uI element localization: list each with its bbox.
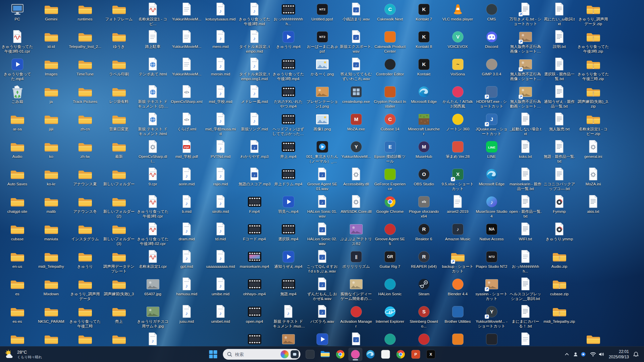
desktop-icon[interactable]: Audio (0, 138, 34, 166)
desktop-icon[interactable]: OpenCvSharp.dll... (136, 138, 170, 166)
desktop-icon[interactable]: 65407.jpg (136, 276, 170, 303)
desktop-icon[interactable]: YYukkuriMovieM... - ショートカット (475, 303, 508, 330)
desktop-icon[interactable]: Blender 4.4 (441, 276, 475, 303)
desktop-icon[interactable]: ♪Amazon Music (441, 221, 475, 248)
desktop-icon[interactable]: malib (34, 193, 68, 221)
desktop-icon[interactable]: MMoZA.exe (339, 111, 373, 138)
desktop-icon[interactable]: runtimes (68, 1, 102, 28)
desktop-icon[interactable]: RReaktor 6 (407, 221, 441, 248)
desktop-icon[interactable]: Fymmp (542, 193, 576, 221)
desktop-icon[interactable]: Fコード.mp4 (237, 221, 271, 248)
desktop-icon[interactable]: 井上.mp4 (271, 138, 305, 166)
desktop-icon[interactable]: ♪小銭詰まり.wav (339, 1, 373, 28)
desktop-icon[interactable]: ♪タイトル未設定, tempo.mid (237, 28, 271, 56)
desktop-icon[interactable]: ♪答え知っててもむずいわこれ.wav (339, 56, 373, 83)
desktop-icon[interactable]: KKontakt 7 (407, 1, 441, 28)
desktop-icon[interactable]: ゆうき (102, 28, 136, 56)
desktop-icon[interactable]: Gemini (34, 1, 68, 28)
desktop-icon[interactable]: id-id (34, 28, 68, 56)
desktop-icon[interactable]: きゅうり_調声用データ (68, 276, 102, 303)
clock[interactable]: 22:01 2025/09/13 (609, 349, 629, 360)
desktop-icon[interactable]: かんたん！AITalk 3 関西風 (441, 83, 475, 111)
tray-blue-app-icon[interactable] (581, 352, 586, 357)
desktop-icon[interactable]: ♪jusu.mid (170, 303, 204, 330)
desktop-icon[interactable]: ♪HALion Sonic 02.wav (305, 221, 339, 248)
desktop-icon[interactable]: おっhhhhhhhhhh... (508, 248, 542, 276)
desktop-icon[interactable]: Auto Saves (0, 166, 34, 193)
desktop-icon[interactable]: PDFmid_学校.pdf (170, 138, 204, 166)
desktop-icon[interactable]: createdump.exe (339, 83, 373, 111)
desktop-icon[interactable]: きゅうり_調声用データ.zip (576, 1, 610, 28)
desktop-icon[interactable]: NT2おーばーまにあ.ppsf (305, 28, 339, 56)
desktop-icon[interactable]: ♪umibe.mid (204, 276, 237, 303)
desktop-icon[interactable]: ♪b.mid (170, 193, 204, 221)
desktop-icon[interactable]: Minecraft Launcher (407, 111, 441, 138)
desktop-icon[interactable]: ノートン 360 (441, 111, 475, 138)
desktop-icon[interactable]: 新規 テキスト ドキュメント.html (136, 111, 170, 138)
desktop-icon[interactable]: open.mp4 (237, 303, 271, 330)
browser-2-button[interactable] (394, 348, 408, 361)
network-volume-button[interactable] (589, 351, 606, 358)
desktop-icon[interactable]: YukkuriMovieM... (170, 1, 204, 28)
desktop-icon[interactable]: 画像1.png (305, 111, 339, 138)
desktop-icon[interactable]: MoZA.ini (576, 166, 610, 193)
desktop-icon[interactable]: NANative Access (475, 221, 508, 248)
desktop-icon[interactable]: es-es (0, 303, 34, 330)
desktop-icon[interactable]: ラベル印刷 (102, 56, 136, 83)
desktop-icon[interactable]: フォトフレーム (102, 1, 136, 28)
desktop-icon[interactable]: MMuseHub (407, 138, 441, 166)
desktop-icon[interactable]: ♪hamusu.mid (170, 276, 204, 303)
desktop-icon[interactable]: 無題 - 親作品一覧.txt (542, 138, 576, 166)
desktop-icon[interactable]: 営業日変更 (102, 111, 136, 138)
desktop-icon[interactable]: ♪メドレー風.mid (237, 83, 271, 111)
desktop-icon[interactable]: manisekarin - 親作品一覧.txt (508, 166, 542, 193)
desktop-icon[interactable]: ♪meroin.mid (204, 56, 237, 83)
desktop-icon[interactable]: ♪mid_学校musa.mid (204, 111, 237, 138)
desktop-icon[interactable]: ksks.txt (508, 138, 542, 166)
desktop-icon[interactable]: Steam (407, 276, 441, 303)
desktop-icon[interactable] (0, 330, 34, 347)
desktop-icon[interactable]: RREAPER (x64) (407, 248, 441, 276)
desktop-icon[interactable]: Controller Editor (373, 56, 407, 83)
desktop-icon[interactable]: 調声練習(失敗)_3 (102, 276, 136, 303)
desktop-icon[interactable]: 孤独なインディーゲーム開発者の一生... (339, 276, 373, 303)
desktop-icon[interactable]: ♪mero.mid (204, 28, 237, 56)
desktop-icon[interactable]: ♪ずんだもん_しおかぜ&.wav (305, 276, 339, 303)
desktop-icon[interactable]: VLC media player (441, 1, 475, 28)
desktop-icon[interactable]: manisekarin.mp4 (237, 248, 271, 276)
desktop-icon[interactable]: NT2Piapro Studio NT2 (475, 248, 508, 276)
desktop-icon[interactable]: きゅうり食ってた午後3時.cpr (136, 193, 170, 221)
desktop-icon[interactable]: ♪gpt.mid (170, 248, 204, 276)
desktop-icon[interactable]: cubase.zip (542, 276, 576, 303)
desktop-icon[interactable]: ♪td.mid (204, 221, 237, 248)
desktop-icon[interactable]: ♪新規ソング.mid (237, 111, 271, 138)
desktop-icon[interactable]: ヘルスコンプレッション__歌詞.txt (508, 276, 542, 303)
desktop-icon[interactable]: zh-tw (68, 138, 102, 166)
desktop-icon[interactable] (305, 330, 339, 347)
desktop-icon[interactable]: LINELINE (475, 138, 508, 166)
desktop-icon[interactable]: ko (34, 138, 68, 166)
chrome-button[interactable] (333, 348, 347, 361)
desktop-icon[interactable]: NKSC_PARAM (34, 303, 68, 330)
desktop-icon[interactable]: YukkuriMovieM... (170, 28, 204, 56)
desktop-icon[interactable]: まにまにカバーる！.txt (508, 303, 542, 330)
desktop-icon[interactable] (68, 330, 102, 347)
desktop-icon[interactable]: 通知うぜえ.mp4 (271, 248, 305, 276)
desktop-icon[interactable]: eInternet Explorer (373, 303, 407, 330)
desktop-icon[interactable]: きゅうり (68, 248, 102, 276)
desktop-icon[interactable]: Groove Agent SE 5 (373, 221, 407, 248)
desktop-icon[interactable]: レジ袋有料 (102, 83, 136, 111)
desktop-icon[interactable]: jijii (34, 111, 68, 138)
desktop-icon[interactable]: ♪HALion Sonic 01.wav (305, 193, 339, 221)
desktop-icon[interactable]: ja (34, 83, 68, 111)
desktop-icon[interactable]: 通知うぜえ - 親作品一覧.txt (542, 83, 576, 111)
desktop-icon[interactable]: ニコニコバックアップコ―.txt (542, 166, 576, 193)
desktop-icon[interactable]: GRGuitar Rig 7 (373, 248, 407, 276)
desktop-icon[interactable] (237, 330, 271, 347)
desktop-icon[interactable]: AWSSDK.Core.dll (339, 193, 373, 221)
desktop-icon[interactable]: Activation Manager (339, 303, 373, 330)
desktop-icon[interactable]: きゅうり食ってた午後3時.mp4 (271, 56, 305, 83)
desktop-icon[interactable]: ♪rajio.mid (204, 166, 237, 193)
desktop-icon[interactable]: TimeTune (68, 56, 102, 83)
x-app-button[interactable]: X (424, 348, 438, 361)
